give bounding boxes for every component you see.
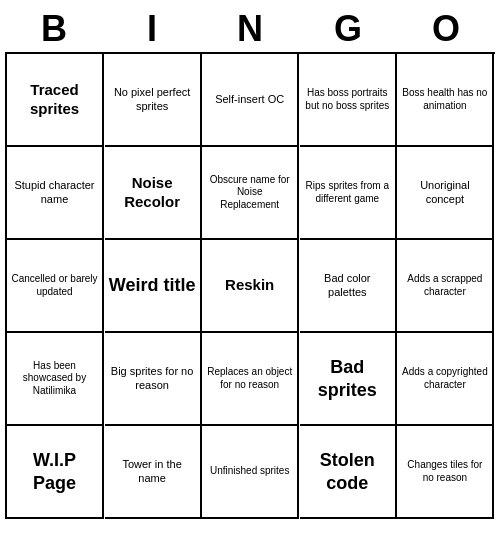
bingo-cell-15: Has been showcased by Natilimika xyxy=(7,333,104,426)
bingo-letter-N: N xyxy=(205,8,295,50)
bingo-cell-2: Self-insert OC xyxy=(202,54,299,147)
bingo-cell-1: No pixel perfect sprites xyxy=(105,54,202,147)
bingo-letter-G: G xyxy=(303,8,393,50)
bingo-header: BINGO xyxy=(5,8,495,50)
bingo-cell-7: Obscure name for Noise Replacement xyxy=(202,147,299,240)
bingo-letter-O: O xyxy=(401,8,491,50)
bingo-cell-20: W.I.P Page xyxy=(7,426,104,519)
bingo-cell-21: Tower in the name xyxy=(105,426,202,519)
bingo-cell-22: Unfinished sprites xyxy=(202,426,299,519)
bingo-cell-13: Bad color palettes xyxy=(300,240,397,333)
bingo-cell-8: Rips sprites from a different game xyxy=(300,147,397,240)
bingo-card: BINGO Traced spritesNo pixel perfect spr… xyxy=(5,8,495,519)
bingo-cell-11: Weird title xyxy=(105,240,202,333)
bingo-letter-I: I xyxy=(107,8,197,50)
bingo-cell-17: Replaces an object for no reason xyxy=(202,333,299,426)
bingo-cell-4: Boss health has no animation xyxy=(397,54,494,147)
bingo-cell-3: Has boss portraits but no boss sprites xyxy=(300,54,397,147)
bingo-cell-14: Adds a scrapped character xyxy=(397,240,494,333)
bingo-cell-6: Noise Recolor xyxy=(105,147,202,240)
bingo-cell-24: Changes tiles for no reason xyxy=(397,426,494,519)
bingo-letter-B: B xyxy=(9,8,99,50)
bingo-cell-0: Traced sprites xyxy=(7,54,104,147)
bingo-cell-23: Stolen code xyxy=(300,426,397,519)
bingo-cell-16: Big sprites for no reason xyxy=(105,333,202,426)
bingo-cell-5: Stupid character name xyxy=(7,147,104,240)
bingo-cell-19: Adds a copyrighted character xyxy=(397,333,494,426)
bingo-cell-18: Bad sprites xyxy=(300,333,397,426)
bingo-cell-10: Cancelled or barely updated xyxy=(7,240,104,333)
bingo-grid: Traced spritesNo pixel perfect spritesSe… xyxy=(5,52,495,519)
bingo-cell-12: Reskin xyxy=(202,240,299,333)
bingo-cell-9: Unoriginal concept xyxy=(397,147,494,240)
